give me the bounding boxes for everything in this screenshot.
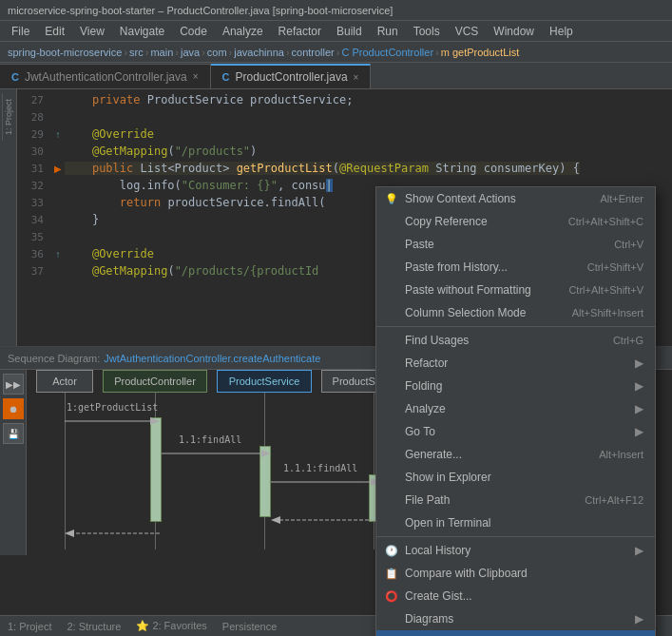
ctx-generate[interactable]: Generate... Alt+Insert — [376, 443, 655, 466]
code-line-30: 30 @GetMapping("/products") — [17, 143, 672, 160]
bc-src[interactable]: src — [129, 47, 144, 58]
ctx-analyze[interactable]: Analyze ▶ — [376, 397, 655, 420]
ctx-sequence-diagram[interactable]: ⬛ Sequence Diagram... — [376, 630, 655, 636]
ctx-local-history[interactable]: 🕐 Local History ▶ — [376, 539, 655, 562]
ctx-label-compare-clipboard: Compare with Clipboard — [405, 567, 528, 580]
ctx-label-analyze: Analyze — [405, 402, 446, 415]
code-line-31: 31 ▶ public List<Product> getProductList… — [17, 160, 672, 177]
ctx-shortcut-column-sel: Alt+Shift+Insert — [572, 307, 643, 318]
arrow-get-product-list — [65, 412, 160, 431]
svg-marker-9 — [65, 530, 74, 537]
breadcrumb: spring-boot-microservice › src › main › … — [0, 42, 672, 63]
ctx-arrow-analyze: ▶ — [635, 402, 643, 415]
ctx-compare-clipboard[interactable]: 📋 Compare with Clipboard — [376, 562, 655, 585]
ctx-show-context-actions[interactable]: 💡 Show Context Actions Alt+Enter — [376, 187, 655, 210]
activation-controller-1 — [150, 417, 162, 522]
ctx-shortcut-generate: Alt+Insert — [599, 449, 643, 460]
ctx-refactor[interactable]: Refactor ▶ — [376, 352, 655, 375]
ctx-paste-no-format[interactable]: Paste without Formatting Ctrl+Alt+Shift+… — [376, 279, 655, 301]
menu-vcs[interactable]: VCS — [448, 23, 487, 40]
svg-marker-7 — [271, 516, 280, 524]
menu-window[interactable]: Window — [486, 23, 542, 40]
bc-method[interactable]: m getProductList — [441, 47, 520, 58]
ctx-shortcut-paste-history: Ctrl+Shift+V — [587, 261, 643, 273]
arrow-return-2 — [65, 524, 160, 543]
arrow-find-all-2 — [271, 472, 380, 491]
ctx-label-copy-ref: Copy Reference — [405, 215, 488, 228]
ctx-shortcut-paste: Ctrl+V — [614, 239, 643, 250]
ctx-column-selection[interactable]: Column Selection Mode Alt+Shift+Insert — [376, 301, 655, 324]
menu-tools[interactable]: Tools — [406, 23, 448, 40]
menu-file[interactable]: File — [4, 23, 37, 40]
ctx-folding[interactable]: Folding ▶ — [376, 375, 655, 397]
menu-refactor[interactable]: Refactor — [271, 23, 329, 40]
tab-close-jwt[interactable]: × — [193, 71, 199, 82]
ctx-label-find-usages: Find Usages — [405, 334, 469, 347]
seq-toolbar: ▶▶ ⏺ 💾 — [0, 370, 27, 555]
ctx-label-create-gist: Create Gist... — [405, 589, 472, 603]
menu-navigate[interactable]: Navigate — [112, 23, 172, 40]
bc-javachinna[interactable]: javachinna — [234, 47, 284, 58]
tab-icon-product: C — [222, 71, 230, 83]
ctx-create-gist[interactable]: ⭕ Create Gist... — [376, 585, 655, 607]
bc-java[interactable]: java — [181, 47, 200, 58]
actor-actor: Actor — [36, 370, 93, 393]
tab-jwt[interactable]: C JwtAuthenticationController.java × — [0, 64, 211, 88]
ctx-icon-actions: 💡 — [384, 191, 399, 206]
ctx-arrow-local-history: ▶ — [635, 544, 643, 557]
label-find-all-2: 1.1.1:findAll — [283, 463, 357, 473]
bottom-persistence[interactable]: Persistence — [222, 621, 277, 632]
ctx-open-terminal[interactable]: Open in Terminal — [376, 511, 655, 534]
title-text: microservice-spring-boot-starter – Produ… — [8, 5, 393, 16]
ctx-label-refactor: Refactor — [405, 357, 448, 370]
ctx-goto[interactable]: Go To ▶ — [376, 420, 655, 443]
seq-btn-forward[interactable]: ▶▶ — [3, 374, 24, 395]
bottom-favorites[interactable]: ⭐ 2: Favorites — [136, 620, 207, 632]
menu-view[interactable]: View — [72, 23, 112, 40]
ctx-shortcut-show-context: Alt+Enter — [600, 193, 643, 204]
tab-label-jwt: JwtAuthenticationController.java — [25, 70, 187, 84]
menu-bar: File Edit View Navigate Code Analyze Ref… — [0, 21, 672, 42]
ctx-find-usages[interactable]: Find Usages Ctrl+G — [376, 329, 655, 352]
bc-main[interactable]: main — [150, 47, 173, 58]
tab-product[interactable]: C ProductController.java × — [211, 64, 372, 88]
bc-class[interactable]: C ProductController — [341, 47, 433, 58]
ctx-show-explorer[interactable]: Show in Explorer — [376, 466, 655, 489]
menu-help[interactable]: Help — [542, 23, 581, 40]
actor-product-service: ProductService — [217, 370, 312, 393]
ctx-arrow-refactor: ▶ — [635, 357, 643, 370]
ctx-label-paste-history: Paste from History... — [405, 260, 508, 274]
ctx-copy-reference[interactable]: Copy Reference Ctrl+Alt+Shift+C — [376, 210, 655, 233]
menu-run[interactable]: Run — [370, 23, 406, 40]
tab-close-product[interactable]: × — [354, 72, 359, 83]
ctx-label-paste: Paste — [405, 238, 434, 251]
bottom-project[interactable]: 1: Project — [8, 621, 51, 632]
ctx-shortcut-file-path: Ctrl+Alt+F12 — [585, 494, 643, 506]
ctx-arrow-diagrams: ▶ — [635, 612, 643, 626]
ctx-paste-history[interactable]: Paste from History... Ctrl+Shift+V — [376, 256, 655, 279]
ctx-label-generate: Generate... — [405, 448, 462, 461]
menu-edit[interactable]: Edit — [37, 23, 72, 40]
tab-icon-jwt: C — [11, 71, 19, 83]
svg-marker-3 — [261, 450, 271, 457]
bc-controller[interactable]: controller — [292, 47, 335, 58]
ctx-label-file-path: File Path — [405, 493, 450, 507]
ctx-paste[interactable]: Paste Ctrl+V — [376, 233, 655, 256]
title-bar: microservice-spring-boot-starter – Produ… — [0, 0, 672, 21]
ctx-diagrams[interactable]: Diagrams ▶ — [376, 607, 655, 630]
arrow-return-1 — [271, 511, 380, 530]
seq-btn-save[interactable]: 💾 — [3, 423, 24, 444]
seq-btn-record[interactable]: ⏺ — [3, 398, 24, 419]
context-menu: 💡 Show Context Actions Alt+Enter Copy Re… — [375, 186, 656, 636]
bottom-structure[interactable]: 2: Structure — [67, 621, 121, 632]
menu-analyze[interactable]: Analyze — [215, 23, 271, 40]
ctx-file-path[interactable]: File Path Ctrl+Alt+F12 — [376, 489, 655, 511]
menu-code[interactable]: Code — [172, 23, 215, 40]
bc-project[interactable]: spring-boot-microservice — [8, 47, 122, 58]
ctx-shortcut-paste-no-format: Ctrl+Alt+Shift+V — [568, 284, 643, 296]
sidebar-project[interactable]: 1: Project — [2, 93, 14, 141]
tab-label-product: ProductController.java — [236, 70, 348, 84]
menu-build[interactable]: Build — [329, 23, 370, 40]
bc-com[interactable]: com — [207, 47, 227, 58]
ctx-shortcut-copy-ref: Ctrl+Alt+Shift+C — [568, 216, 643, 227]
